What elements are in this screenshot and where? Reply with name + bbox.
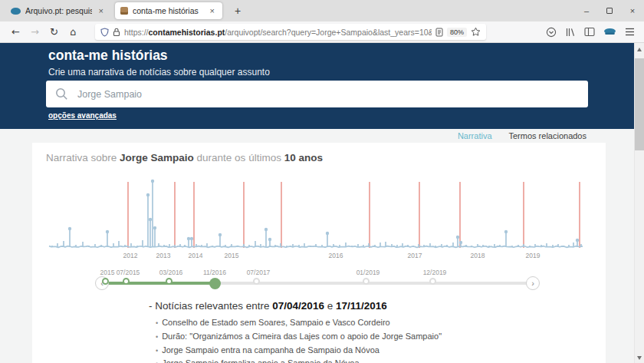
timeline-point-03-2016[interactable] [166, 278, 172, 285]
svg-text:2015: 2015 [225, 252, 239, 259]
new-tab-button[interactable]: + [235, 5, 241, 17]
home-button[interactable]: ⌂ [64, 26, 83, 38]
news-end-date: 17/11/2016 [336, 300, 387, 312]
query-period: 10 anos [284, 152, 323, 163]
arquivo-extension-icon[interactable] [603, 28, 616, 36]
timeline-point-07-2017[interactable] [253, 278, 260, 285]
url-text: https://contamehistorias.pt/arquivopt/se… [124, 28, 432, 37]
arquivo-favicon-icon [11, 8, 21, 15]
timeline-point-label: 07/2015 [107, 269, 149, 276]
timeline-point-label: 03/2016 [150, 269, 192, 276]
timeline-point-01-2019[interactable] [363, 278, 370, 285]
news-heading: - Notícias relevantes entre 07/04/2016 e… [149, 300, 387, 312]
timeline-point-07-2015[interactable] [123, 278, 130, 285]
news-list: •Conselho de Estado sem Soares, Sampaio … [156, 316, 442, 363]
conta-me-favicon-icon [120, 7, 128, 15]
timeline-point-label: 11/2016 [194, 269, 235, 276]
forward-button[interactable]: → [25, 26, 44, 38]
address-bar[interactable]: https://contamehistorias.pt/arquivopt/se… [95, 24, 486, 40]
tab-close-icon[interactable]: × [208, 6, 217, 15]
page-scrollbar[interactable] [634, 43, 644, 363]
bullet-icon: • [156, 360, 158, 363]
svg-text:2014: 2014 [189, 252, 203, 259]
timeline-point-label: 12/2019 [414, 269, 455, 276]
bullet-icon: • [156, 347, 158, 355]
news-start-date: 07/04/2016 [272, 300, 324, 312]
search-icon [55, 87, 68, 101]
reload-button[interactable]: ↻ [44, 26, 64, 38]
svg-text:2013: 2013 [156, 252, 171, 259]
news-item[interactable]: •Jorge Sampaio entra na campanha de Samp… [156, 344, 442, 358]
menu-hamburger-icon[interactable] [625, 28, 635, 36]
url-domain: contamehistorias.pt [149, 28, 225, 37]
site-subtitle: Crie uma narrativa de notícias sobre qua… [48, 67, 270, 78]
shield-icon [100, 28, 109, 37]
browser-tab-bar: Arquivo.pt: pesquise páginas d × conta-m… [0, 0, 644, 21]
svg-text:2018: 2018 [471, 252, 485, 259]
news-item[interactable]: •Jorge Sampaio formaliza apoio a Sampaio… [156, 357, 442, 363]
timeline-point-2015[interactable] [102, 278, 109, 285]
bullet-icon: • [156, 319, 158, 327]
minimize-button[interactable]: – [575, 0, 598, 21]
timeline-point-11-2016[interactable] [209, 278, 221, 289]
narrative-chart[interactable]: 20122013201420152016201720182019 [31, 175, 607, 266]
svg-text:2017: 2017 [408, 252, 422, 259]
news-item[interactable]: •Conselho de Estado sem Soares, Sampaio … [156, 316, 442, 330]
svg-text:2012: 2012 [123, 252, 138, 259]
scroll-up-icon[interactable] [637, 48, 642, 51]
news-item[interactable]: •Durão: "Organizámos a Cimeira das Lajes… [156, 330, 442, 344]
timeline-point-label: 07/2017 [238, 269, 279, 276]
timeline-point-12-2019[interactable] [429, 278, 436, 285]
tab-close-icon[interactable]: × [97, 6, 106, 15]
tab-title: conta-me histórias [133, 6, 203, 15]
back-button[interactable]: ← [6, 26, 25, 38]
site-title: conta-me histórias [48, 48, 168, 64]
browser-toolbar: ← → ↻ ⌂ https://contamehistorias.pt/arqu… [0, 21, 644, 43]
bullet-icon: • [156, 333, 158, 341]
scrollbar-thumb[interactable] [635, 58, 644, 150]
search-input[interactable] [76, 88, 579, 101]
bookmark-star-icon[interactable] [471, 27, 481, 37]
narrative-heading: Narrativa sobre Jorge Sampaio durante os… [46, 152, 323, 163]
timeline-point-label: 01/2019 [347, 269, 389, 276]
query-entity: Jorge Sampaio [120, 152, 194, 163]
lock-icon [113, 28, 120, 37]
svg-text:2016: 2016 [329, 252, 343, 259]
library-icon[interactable] [565, 27, 576, 38]
tab-arquivo[interactable]: Arquivo.pt: pesquise páginas d × [0, 0, 109, 21]
advanced-options-link[interactable]: opções avançadas [48, 111, 117, 120]
toolbar-right-icons [546, 27, 638, 38]
maximize-button[interactable] [598, 0, 621, 21]
maximize-icon [606, 8, 613, 14]
search-box [46, 81, 588, 107]
tab-title: Arquivo.pt: pesquise páginas d [25, 6, 92, 15]
site-header: conta-me histórias Crie uma narrativa de… [0, 43, 634, 129]
reader-view-icon[interactable] [435, 28, 443, 37]
svg-text:2019: 2019 [526, 252, 540, 259]
tab-conta-me-historias[interactable]: conta-me histórias × [115, 2, 222, 19]
zoom-level-badge[interactable]: 80% [447, 28, 467, 37]
window-controls: – × [575, 0, 644, 21]
timeline-next-button[interactable]: › [526, 276, 540, 290]
pocket-icon[interactable] [546, 27, 557, 38]
browser-window: Arquivo.pt: pesquise páginas d × conta-m… [0, 0, 644, 363]
scroll-down-icon[interactable] [637, 356, 642, 360]
sidebar-toggle-icon[interactable] [584, 27, 595, 37]
close-window-button[interactable]: × [621, 0, 644, 21]
